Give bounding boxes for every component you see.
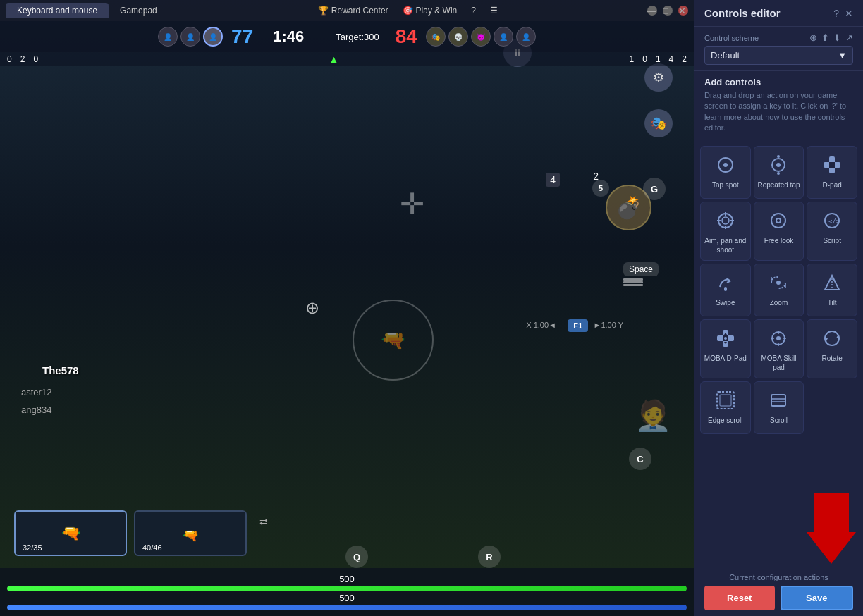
player-name-2: aster12 <box>21 387 51 398</box>
svg-text:</>: </> <box>828 218 840 225</box>
hud-scores: 👤 👤 👤 77 1:46 Target:300 84 🎭 💀 😈 👤 👤 <box>0 21 694 52</box>
kill-0c: 0 <box>642 54 647 64</box>
tilt-icon <box>819 270 845 295</box>
control-moba-d-pad[interactable]: MOBA D-Pad <box>700 319 751 378</box>
team-blue: 👤 👤 👤 77 <box>158 25 259 48</box>
tap-spot-icon <box>713 152 738 178</box>
y-indicator: ►1.00 Y <box>594 321 624 329</box>
reset-button[interactable]: Reset <box>704 586 775 610</box>
control-tilt[interactable]: Tilt <box>807 264 857 316</box>
play-win[interactable]: 🎯 Play & Win <box>403 6 458 16</box>
kill-0: 0 <box>7 54 12 64</box>
timer: 1:46 <box>273 27 304 46</box>
add-controls-desc: Drag and drop an action on your game scr… <box>704 90 853 134</box>
scheme-export-icon[interactable]: ⬇ <box>833 32 841 43</box>
help-icon[interactable]: ? <box>471 6 476 16</box>
hud-top: 👤 👤 👤 77 1:46 Target:300 84 🎭 💀 😈 👤 👤 0 <box>0 21 694 66</box>
health-area: 500 500 <box>0 568 694 616</box>
menu-icon[interactable]: ☰ <box>490 6 498 16</box>
avatar-1: 👤 <box>158 27 178 47</box>
weapon-slot-2[interactable]: 🔫 40/46 <box>134 510 247 556</box>
controls-grid: Tap spot Repeated tap D-p <box>694 140 863 493</box>
avatar-6: 😈 <box>471 27 491 47</box>
avatar-2: 👤 <box>180 27 200 47</box>
control-d-pad[interactable]: D-pad <box>807 146 857 199</box>
svg-rect-37 <box>720 395 731 406</box>
control-zoom[interactable]: Zoom <box>754 264 804 316</box>
moba-d-pad-label: MOBA D-Pad <box>704 354 747 363</box>
svg-marker-41 <box>807 493 856 564</box>
swipe-label: Swipe <box>716 298 735 307</box>
tab-keyboard-mouse[interactable]: Keyboard and mouse <box>6 3 109 18</box>
window-top-bar: Keyboard and mouse Gamepad 🏆 Reward Cent… <box>0 0 694 21</box>
moba-skill-pad-icon <box>766 326 791 351</box>
panel-header-icons: ? ✕ <box>833 8 853 19</box>
tab-gamepad[interactable]: Gamepad <box>109 3 169 18</box>
shield-bar <box>7 605 687 610</box>
top-bar-center: 🏆 Reward Center 🎯 Play & Win ? ☰ <box>169 6 647 16</box>
q-button[interactable]: Q <box>345 546 368 568</box>
kill-1: 1 <box>630 54 635 64</box>
control-free-look[interactable]: Free look <box>754 202 804 261</box>
switch-weapon-icon: ⇄ <box>259 516 268 527</box>
kill-4: 4 <box>669 54 674 64</box>
svg-point-21 <box>776 281 781 285</box>
team-red: 84 🎭 💀 😈 👤 👤 <box>390 25 536 48</box>
weapon2-ammo: 40/46 <box>142 543 162 552</box>
close-panel-button[interactable]: ✕ <box>845 8 853 19</box>
control-repeated-tap[interactable]: Repeated tap <box>754 146 804 199</box>
r-button[interactable]: R <box>478 546 501 568</box>
num-2-badge: 2 <box>593 171 599 182</box>
control-moba-skill-pad[interactable]: MOBA Skill pad <box>754 319 804 378</box>
repeated-tap-icon <box>766 152 791 178</box>
avatar-4: 🎭 <box>426 27 446 47</box>
script-icon: </> <box>819 208 845 233</box>
reward-center[interactable]: 🏆 Reward Center <box>318 6 388 16</box>
repeated-tap-label: Repeated tap <box>757 180 800 190</box>
f1-button[interactable]: F1 <box>568 319 588 332</box>
control-edge-scroll[interactable]: Edge scroll <box>700 381 751 434</box>
scheme-import-icon[interactable]: ⬆ <box>821 32 829 43</box>
c-button[interactable]: C <box>629 448 651 470</box>
footer-buttons: Reset Save <box>704 586 853 610</box>
aim-pan-shoot-label: Aim, pan and shoot <box>704 236 747 254</box>
g-button[interactable]: G <box>643 178 666 200</box>
weapon-slot-1[interactable]: 🔫 32/35 <box>14 510 127 556</box>
control-aim-pan-shoot[interactable]: Aim, pan and shoot <box>700 202 751 261</box>
aim-pan-shoot-icon <box>713 208 738 233</box>
hud-kills-right: 1 0 1 4 2 <box>630 54 687 64</box>
player-name-3: ang834 <box>21 405 51 415</box>
control-rotate[interactable]: Rotate <box>807 319 857 378</box>
minimize-btn[interactable]: — <box>647 6 657 16</box>
scheme-value: Default <box>711 50 740 61</box>
moba-skill-pad-label: MOBA Skill pad <box>757 354 801 372</box>
help-button[interactable]: ? <box>833 8 839 19</box>
control-script[interactable]: </> Script <box>807 202 857 261</box>
tilt-label: Tilt <box>828 298 837 307</box>
close-btn[interactable]: ✕ <box>678 6 688 16</box>
panel-footer: Current configuration actions Reset Save <box>694 567 863 616</box>
scheme-share-icon[interactable]: ↗ <box>845 32 853 43</box>
rotate-label: Rotate <box>821 354 842 363</box>
health-bar-fill <box>7 586 687 591</box>
maximize-btn[interactable]: □ <box>663 6 673 16</box>
scheme-select[interactable]: Default ▼ <box>704 46 853 65</box>
settings-button[interactable]: ⚙ <box>644 63 673 92</box>
control-swipe[interactable]: Swipe <box>700 264 751 316</box>
svg-point-10 <box>722 217 729 224</box>
control-tap-spot[interactable]: Tap spot <box>700 146 751 199</box>
script-label: Script <box>823 236 841 245</box>
control-scroll[interactable]: Scroll <box>754 381 804 434</box>
scheme-add-icon[interactable]: ⊕ <box>809 32 817 43</box>
hud-row2: 0 2 0 ▲ 1 0 1 4 2 <box>0 52 694 66</box>
slot-num-4: 4 <box>546 173 560 187</box>
d-pad-icon <box>819 152 845 178</box>
crosshair: ⊕ <box>305 298 319 318</box>
chevron-down-icon: ▼ <box>838 50 847 61</box>
free-look-icon <box>766 208 791 233</box>
ammo-circle: 🔫 <box>353 300 434 381</box>
save-button[interactable]: Save <box>781 586 854 610</box>
grenade-area: 4 <box>546 173 560 187</box>
avatar-8: 👤 <box>516 27 536 47</box>
arrow-up: ▲ <box>329 54 338 65</box>
